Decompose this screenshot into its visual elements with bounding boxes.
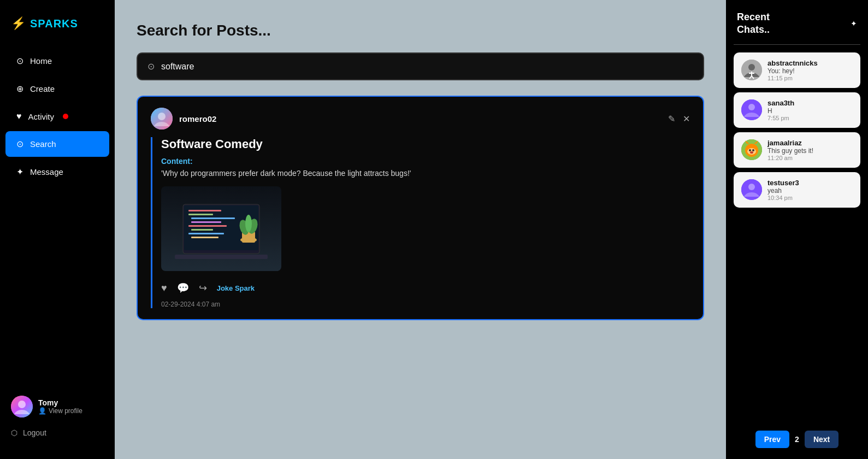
chat-username: testuser3	[767, 179, 799, 187]
svg-point-39	[748, 184, 755, 190]
chat-preview: yeah	[767, 187, 799, 195]
home-icon: ⊙	[16, 56, 23, 66]
main-content: Search for Posts... ⊙	[115, 0, 726, 459]
post-header-actions: ✎ ✕	[668, 114, 690, 124]
sidebar-item-label-search: Search	[30, 139, 56, 149]
recent-chats-header: Recent Chats.. ✦	[734, 11, 860, 37]
profile-username: Tomy	[38, 398, 82, 407]
svg-rect-9	[191, 221, 221, 223]
logo-area: ⚡ SPARKS	[0, 11, 115, 47]
post-author-name: romero02	[179, 114, 216, 123]
chat-item[interactable]: abstractnnicks You: hey! 11:15 pm	[734, 52, 860, 88]
chat-preview: H	[767, 107, 794, 115]
sidebar-item-label-activity: Activity	[28, 112, 55, 121]
chat-username: abstractnnicks	[767, 59, 818, 67]
sidebar-item-home[interactable]: ⊙ Home	[5, 48, 109, 74]
chat-preview: You: hey!	[767, 67, 818, 75]
chat-time: 7:55 pm	[767, 115, 794, 121]
page-title: Search for Posts...	[137, 22, 704, 39]
notification-badge	[63, 114, 68, 119]
logo-text: SPARKS	[30, 17, 78, 30]
sidebar-item-label-home: Home	[30, 56, 52, 66]
user-icon: 👤	[38, 407, 46, 415]
svg-rect-10	[188, 225, 227, 227]
svg-rect-13	[191, 237, 219, 238]
chat-time: 11:15 pm	[767, 75, 818, 81]
chat-list: abstractnnicks You: hey! 11:15 pm sana3t…	[734, 52, 860, 423]
post-content-area: Software Comedy Content: 'Why do program…	[151, 137, 690, 308]
heart-icon: ♥	[16, 111, 22, 121]
chat-username: jamaalriaz	[767, 139, 813, 147]
chat-preview: This guy gets it!	[767, 147, 813, 155]
chats-divider	[734, 44, 860, 45]
comment-button[interactable]: 💬	[177, 282, 189, 294]
chat-item[interactable]: sana3th H 7:55 pm	[734, 92, 860, 128]
svg-point-1	[18, 401, 26, 408]
post-content-label: Content:	[161, 157, 690, 166]
sidebar-item-label-create: Create	[30, 84, 55, 93]
search-input[interactable]	[161, 62, 693, 72]
view-profile-link[interactable]: 👤 View profile	[38, 407, 82, 415]
share-button[interactable]: ↪	[199, 282, 207, 294]
right-panel: Recent Chats.. ✦ abstractnnick	[726, 0, 868, 459]
sidebar-item-create[interactable]: ⊕ Create	[5, 76, 109, 102]
post-author-area: romero02	[151, 108, 216, 130]
prev-button[interactable]: Prev	[755, 431, 789, 448]
profile-info: Tomy 👤 View profile	[38, 398, 82, 415]
chat-username: sana3th	[767, 99, 794, 107]
sidebar-bottom: Tomy 👤 View profile ⬡ Logout	[0, 385, 115, 448]
logout-button[interactable]: ⬡ Logout	[5, 423, 109, 443]
sidebar-item-activity[interactable]: ♥ Activity	[5, 104, 109, 129]
svg-point-27	[748, 104, 755, 110]
like-button[interactable]: ♥	[161, 283, 167, 294]
post-header: romero02 ✎ ✕	[151, 108, 690, 130]
search-icon: ⊙	[147, 61, 155, 72]
lightning-icon: ⚡	[11, 16, 26, 31]
sidebar-item-label-message: Message	[30, 167, 63, 176]
chat-item[interactable]: testuser3 yeah 10:34 pm	[734, 172, 860, 208]
search-nav-icon: ⊙	[16, 139, 23, 149]
chat-avatar	[741, 60, 762, 80]
post-body-text: 'Why do programmers prefer dark mode? Be…	[161, 169, 690, 178]
pagination: Prev 2 Next	[734, 423, 860, 448]
chat-avatar	[741, 179, 762, 200]
message-icon: ✦	[16, 167, 23, 177]
chat-panel-close-icon[interactable]: ✦	[851, 19, 857, 28]
search-bar[interactable]: ⊙	[137, 52, 704, 80]
chat-time: 11:20 am	[767, 155, 813, 161]
close-icon[interactable]: ✕	[683, 114, 690, 124]
post-timestamp: 02-29-2024 4:07 am	[161, 301, 690, 308]
svg-rect-11	[191, 229, 213, 231]
post-actions: ♥ 💬 ↪ Joke Spark	[161, 282, 690, 294]
svg-rect-19	[175, 255, 268, 259]
next-button[interactable]: Next	[805, 431, 839, 448]
svg-point-33	[749, 149, 751, 151]
create-icon: ⊕	[16, 84, 23, 94]
recent-chats-title: Recent Chats..	[737, 11, 770, 37]
sidebar: ⚡ SPARKS ⊙ Home ⊕ Create ♥ Activity ⊙ Se…	[0, 0, 115, 459]
chat-info: jamaalriaz This guy gets it! 11:20 am	[767, 139, 813, 161]
sidebar-item-search[interactable]: ⊙ Search	[5, 131, 109, 157]
edit-icon[interactable]: ✎	[668, 114, 675, 124]
chat-info: testuser3 yeah 10:34 pm	[767, 179, 799, 201]
svg-rect-6	[188, 210, 221, 211]
page-number: 2	[795, 435, 799, 444]
svg-rect-8	[191, 217, 235, 219]
post-title: Software Comedy	[161, 137, 690, 151]
post-image	[161, 186, 281, 271]
post-author-avatar	[151, 108, 173, 130]
chat-time: 10:34 pm	[767, 195, 799, 201]
svg-point-35	[750, 151, 753, 154]
sidebar-item-message[interactable]: ✦ Message	[5, 159, 109, 185]
profile-area[interactable]: Tomy 👤 View profile	[5, 390, 109, 423]
post-tag[interactable]: Joke Spark	[217, 284, 255, 292]
chat-info: abstractnnicks You: hey! 11:15 pm	[767, 59, 818, 81]
svg-rect-7	[188, 214, 213, 215]
chat-info: sana3th H 7:55 pm	[767, 99, 794, 121]
svg-point-21	[748, 64, 755, 70]
chat-avatar	[741, 99, 762, 120]
post-card: romero02 ✎ ✕ Software Comedy Content: 'W…	[137, 96, 704, 320]
chat-item[interactable]: jamaalriaz This guy gets it! 11:20 am	[734, 132, 860, 168]
svg-rect-12	[188, 233, 224, 234]
logout-icon: ⬡	[11, 428, 17, 437]
